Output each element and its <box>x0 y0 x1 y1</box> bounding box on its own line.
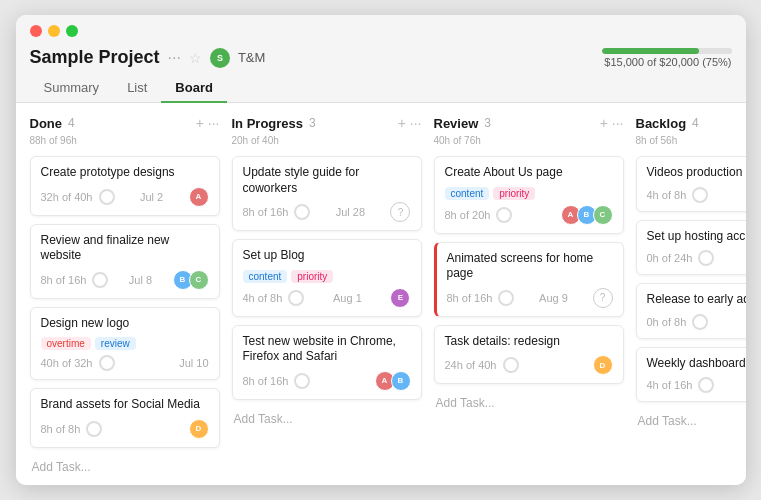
add-col-review-icon[interactable]: + <box>600 115 608 131</box>
col-header-inprogress: In Progress 3 + ··· <box>232 115 422 131</box>
add-task-done[interactable]: Add Task... <box>30 456 220 478</box>
card-title-done-1: Create prototype designs <box>41 165 209 181</box>
col-time-inprogress: 20h of 40h <box>232 135 422 146</box>
avatar-outline: ? <box>593 288 613 308</box>
col-title-done: Done <box>30 116 63 131</box>
card-time-done-1: 32h of 40h <box>41 191 93 203</box>
card-time-rv-1: 8h of 20h <box>445 209 491 221</box>
col-header-backlog: Backlog 4 + ··· <box>636 115 746 131</box>
add-task-inprogress[interactable]: Add Task... <box>232 408 422 430</box>
card-meta-done-1: 32h of 40h Jul 2 A <box>41 187 209 207</box>
card-title-ip-2: Set up Blog <box>243 248 411 264</box>
card-meta-bl-2: 0h of 24h <box>647 250 746 266</box>
add-task-review[interactable]: Add Task... <box>434 392 624 414</box>
tag-priority: priority <box>493 187 535 200</box>
more-col-review-icon[interactable]: ··· <box>612 115 624 131</box>
titlebar: Sample Project ··· ☆ S T&M $15,000 of $2… <box>16 15 746 103</box>
time-circle-bl-4 <box>698 377 714 393</box>
more-options-icon[interactable]: ··· <box>168 49 181 67</box>
add-col-done-icon[interactable]: + <box>196 115 204 131</box>
col-title-backlog: Backlog <box>636 116 687 131</box>
column-backlog: Backlog 4 + ··· 8h of 56h Videos product… <box>636 115 746 473</box>
time-circle-done-3 <box>99 355 115 371</box>
more-col-done-icon[interactable]: ··· <box>208 115 220 131</box>
tag-overtime: overtime <box>41 337 91 350</box>
card-time-ip-2: 4h of 8h <box>243 292 283 304</box>
avatar: D <box>189 419 209 439</box>
time-circle-done-2 <box>92 272 108 288</box>
card-time-done-2: 8h of 16h <box>41 274 87 286</box>
card-meta-bl-1: 4h of 8h <box>647 187 746 203</box>
card-date-rv-2: Aug 9 <box>539 292 568 304</box>
budget-bar <box>602 48 732 54</box>
card-ip-1: Update style guide for coworkers 8h of 1… <box>232 156 422 231</box>
maximize-button[interactable] <box>66 25 78 37</box>
card-title-done-3: Design new logo <box>41 316 209 332</box>
card-title-done-4: Brand assets for Social Media <box>41 397 209 413</box>
tab-list[interactable]: List <box>113 74 161 103</box>
add-task-backlog[interactable]: Add Task... <box>636 410 746 432</box>
close-button[interactable] <box>30 25 42 37</box>
tab-summary[interactable]: Summary <box>30 74 114 103</box>
card-done-4: Brand assets for Social Media 8h of 8h D <box>30 388 220 448</box>
card-time-rv-2: 8h of 16h <box>447 292 493 304</box>
col-time-backlog: 8h of 56h <box>636 135 746 146</box>
header-row: Sample Project ··· ☆ S T&M $15,000 of $2… <box>30 47 732 68</box>
avatars-done-1: A <box>189 187 209 207</box>
time-circle-bl-3 <box>692 314 708 330</box>
card-title-bl-1: Videos production <box>647 165 746 181</box>
avatars-rv-3: D <box>593 355 613 375</box>
card-bl-1: Videos production 4h of 8h <box>636 156 746 212</box>
time-circle-done-1 <box>99 189 115 205</box>
card-date-done-2: Jul 8 <box>129 274 152 286</box>
card-rv-3: Task details: redesign 24h of 40h D <box>434 325 624 385</box>
card-date-done-1: Jul 2 <box>140 191 163 203</box>
time-circle-ip-2 <box>288 290 304 306</box>
col-count-review: 3 <box>484 116 491 130</box>
avatar: C <box>593 205 613 225</box>
card-time-bl-4: 4h of 16h <box>647 379 693 391</box>
card-date-done-3: Jul 10 <box>179 357 208 369</box>
time-circle-ip-1 <box>294 204 310 220</box>
time-circle-done-4 <box>86 421 102 437</box>
card-title-bl-3: Release to early ad… <box>647 292 746 308</box>
card-time-done-3: 40h of 32h <box>41 357 93 369</box>
card-title-ip-3: Test new website in Chrome, Firefox and … <box>243 334 411 365</box>
card-meta-ip-3: 8h of 16h A B <box>243 371 411 391</box>
card-bl-2: Set up hosting acc… 0h of 24h <box>636 220 746 276</box>
avatars-rv-1: A B C <box>561 205 613 225</box>
avatar: D <box>593 355 613 375</box>
card-rv-2: Animated screens for home page 8h of 16h… <box>434 242 624 317</box>
col-time-done: 88h of 96h <box>30 135 220 146</box>
col-actions-done: + ··· <box>196 115 220 131</box>
card-title-bl-4: Weekly dashboards… <box>647 356 746 372</box>
avatars-ip-1: ? <box>390 202 410 222</box>
time-circle-bl-1 <box>692 187 708 203</box>
avatars-done-4: D <box>189 419 209 439</box>
card-done-1: Create prototype designs 32h of 40h Jul … <box>30 156 220 216</box>
card-meta-bl-3: 0h of 8h <box>647 314 746 330</box>
time-circle-rv-1 <box>496 207 512 223</box>
card-time-bl-2: 0h of 24h <box>647 252 693 264</box>
minimize-button[interactable] <box>48 25 60 37</box>
card-date-ip-2: Aug 1 <box>333 292 362 304</box>
time-circle-bl-2 <box>698 250 714 266</box>
card-time-ip-3: 8h of 16h <box>243 375 289 387</box>
more-col-inprogress-icon[interactable]: ··· <box>410 115 422 131</box>
col-header-review: Review 3 + ··· <box>434 115 624 131</box>
col-header-done: Done 4 + ··· <box>30 115 220 131</box>
col-title-review: Review <box>434 116 479 131</box>
time-circle-rv-3 <box>503 357 519 373</box>
time-circle-rv-2 <box>498 290 514 306</box>
tm-badge: S <box>210 48 230 68</box>
star-icon[interactable]: ☆ <box>189 50 202 66</box>
card-date-ip-1: Jul 28 <box>336 206 365 218</box>
avatars-ip-2: E <box>390 288 410 308</box>
card-time-bl-1: 4h of 8h <box>647 189 687 201</box>
card-time-rv-3: 24h of 40h <box>445 359 497 371</box>
tab-board[interactable]: Board <box>161 74 227 103</box>
card-ip-3: Test new website in Chrome, Firefox and … <box>232 325 422 400</box>
card-bl-4: Weekly dashboards… 4h of 16h <box>636 347 746 403</box>
card-meta-done-3: 40h of 32h Jul 10 <box>41 355 209 371</box>
add-col-inprogress-icon[interactable]: + <box>398 115 406 131</box>
